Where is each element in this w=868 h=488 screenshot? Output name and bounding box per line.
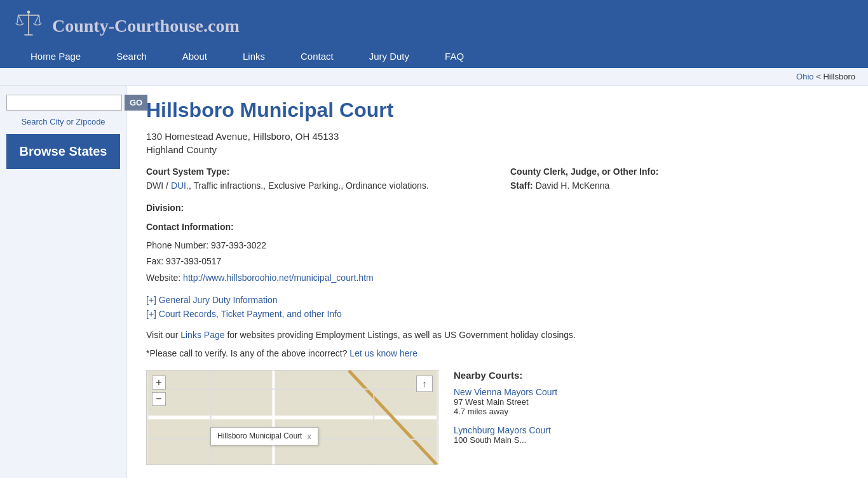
map-popup-close-button[interactable]: x	[307, 431, 311, 441]
links-section: Visit our Links Page for websites provid…	[146, 328, 849, 342]
court-details: Court System Type: DWI / DUI., Traffic i…	[146, 166, 849, 193]
header-top: County-Courthouse.com	[13, 8, 855, 44]
sidebar: GO Search City or Zipcode Browse States	[0, 86, 127, 478]
nav-item-about[interactable]: About	[165, 44, 225, 68]
search-city-zipcode-label: Search City or Zipcode	[6, 117, 120, 126]
nearby-court-address-0: 97 West Main Street	[454, 397, 849, 407]
nav-item-home[interactable]: Home Page	[13, 44, 98, 68]
svg-line-6	[39, 15, 40, 23]
breadcrumb-separator: <	[816, 72, 823, 81]
court-system-col: Court System Type: DWI / DUI., Traffic i…	[146, 166, 485, 193]
breadcrumb: Ohio < Hillsboro	[0, 68, 868, 86]
clerk-label: County Clerk, Judge, or Other Info:	[510, 166, 849, 177]
website-label: Website:	[146, 273, 180, 283]
nearby-court-address-1: 100 South Main S...	[454, 435, 849, 445]
main-layout: GO Search City or Zipcode Browse States …	[0, 86, 868, 478]
map-zoom-in-button[interactable]: +	[152, 376, 166, 390]
map-section: + − ↑ x Hillsboro Municipal C	[146, 370, 849, 465]
svg-line-4	[18, 15, 23, 23]
verify-section: *Please call to verify. Is any of the ab…	[146, 348, 849, 358]
clerk-value: Staff: David H. McKenna	[510, 179, 849, 193]
nearby-court-link-0[interactable]: New Vienna Mayors Court	[454, 387, 849, 397]
nav-item-faq[interactable]: FAQ	[427, 44, 482, 68]
main-content: Hillsboro Municipal Court 130 Homestead …	[127, 86, 868, 478]
court-system-value: DWI / DUI., Traffic infractions., Exclus…	[146, 179, 485, 193]
verify-text: *Please call to verify. Is any of the ab…	[146, 348, 347, 358]
list-item: Lynchburg Mayors Court 100 South Main S.…	[454, 425, 849, 445]
search-input[interactable]	[6, 95, 122, 111]
links-text-before: Visit our	[146, 330, 180, 340]
nearby-court-distance-0: 4.7 miles away	[454, 407, 849, 416]
staff-name: David H. McKenna	[536, 180, 610, 191]
breadcrumb-city: Hillsboro	[823, 72, 855, 81]
svg-point-2	[27, 10, 31, 13]
map-popup: x Hillsboro Municipal Court	[210, 427, 318, 445]
map-container: + − ↑ x Hillsboro Municipal C	[146, 370, 438, 465]
let-us-know-link[interactable]: Let us know here	[349, 348, 417, 358]
svg-line-3	[17, 15, 18, 23]
contact-section: Contact Information: Phone Number: 937-3…	[146, 219, 849, 286]
nav-item-links[interactable]: Links	[225, 44, 283, 68]
map-zoom-out-button[interactable]: −	[152, 392, 166, 406]
jury-duty-link[interactable]: [+] General Jury Duty Information	[146, 295, 849, 305]
clerk-col: County Clerk, Judge, or Other Info: Staf…	[510, 166, 849, 193]
court-system-label: Court System Type:	[146, 166, 485, 177]
scales-of-justice-icon	[13, 9, 44, 37]
main-nav: Home Page Search About Links Contact Jur…	[13, 44, 855, 68]
links-text-after: for websites providing Employment Listin…	[225, 330, 576, 340]
court-records-link[interactable]: [+] Court Records, Ticket Payment, and o…	[146, 309, 849, 319]
division-section: Division:	[146, 203, 849, 213]
nav-item-contact[interactable]: Contact	[283, 44, 351, 68]
website-link[interactable]: http://www.hillsboroohio.net/municipal_c…	[183, 273, 374, 283]
nearby-courts-title: Nearby Courts:	[454, 370, 849, 381]
nav-item-jury[interactable]: Jury Duty	[351, 44, 427, 68]
fax-number: Fax: 937-393-0517	[146, 254, 849, 269]
website-line: Website: http://www.hillsboroohio.net/mu…	[146, 270, 849, 286]
header: County-Courthouse.com Home Page Search A…	[0, 0, 868, 68]
nearby-court-link-1[interactable]: Lynchburg Mayors Court	[454, 425, 849, 435]
map-popup-text: Hillsboro Municipal Court	[217, 431, 302, 440]
links-page-link[interactable]: Links Page	[180, 330, 224, 340]
nav-item-search[interactable]: Search	[98, 44, 165, 68]
svg-line-5	[35, 15, 39, 23]
breadcrumb-state-link[interactable]: Ohio	[796, 72, 813, 81]
map-visual	[147, 370, 438, 464]
division-label: Division:	[146, 203, 849, 213]
contact-label: Contact Information:	[146, 219, 849, 235]
staff-label: Staff:	[510, 180, 533, 191]
site-title: County-Courthouse.com	[52, 8, 240, 38]
nearby-courts: Nearby Courts: New Vienna Mayors Court 9…	[454, 370, 849, 465]
browse-states-button[interactable]: Browse States	[6, 134, 120, 169]
list-item: New Vienna Mayors Court 97 West Main Str…	[454, 387, 849, 416]
court-address: 130 Homestead Avenue, Hillsboro, OH 4513…	[146, 131, 849, 142]
map-share-button[interactable]: ↑	[416, 376, 433, 392]
dui-link[interactable]: DUI.	[171, 180, 189, 191]
search-form: GO	[6, 95, 120, 111]
phone-number: Phone Number: 937-393-3022	[146, 238, 849, 254]
court-county: Highland County	[146, 144, 849, 155]
court-title: Hillsboro Municipal Court	[146, 98, 849, 122]
